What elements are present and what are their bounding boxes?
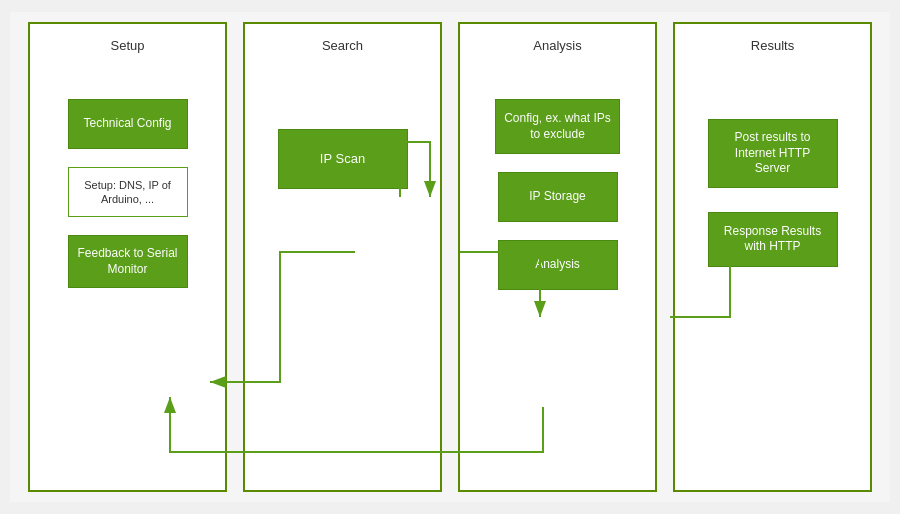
response-results-box: Response Results with HTTP xyxy=(708,212,838,267)
feedback-serial-box: Feedback to Serial Monitor xyxy=(68,235,188,288)
analysis-box: Analysis xyxy=(498,240,618,290)
main-diagram: Setup Technical Config Setup: DNS, IP of… xyxy=(10,12,890,502)
lane-results-title: Results xyxy=(751,38,794,53)
ip-scan-box: IP Scan xyxy=(278,129,408,189)
lane-analysis: Analysis Config, ex. what IPs to exclude… xyxy=(458,22,657,492)
lane-analysis-title: Analysis xyxy=(533,38,581,53)
lane-setup: Setup Technical Config Setup: DNS, IP of… xyxy=(28,22,227,492)
lane-search: Search IP Scan xyxy=(243,22,442,492)
ip-storage-box: IP Storage xyxy=(498,172,618,222)
setup-dns-box: Setup: DNS, IP of Arduino, ... xyxy=(68,167,188,217)
post-results-box: Post results to Internet HTTP Server xyxy=(708,119,838,188)
lane-setup-title: Setup xyxy=(111,38,145,53)
config-exclude-box: Config, ex. what IPs to exclude xyxy=(495,99,620,154)
lane-search-title: Search xyxy=(322,38,363,53)
lane-results: Results Post results to Internet HTTP Se… xyxy=(673,22,872,492)
technical-config-box: Technical Config xyxy=(68,99,188,149)
